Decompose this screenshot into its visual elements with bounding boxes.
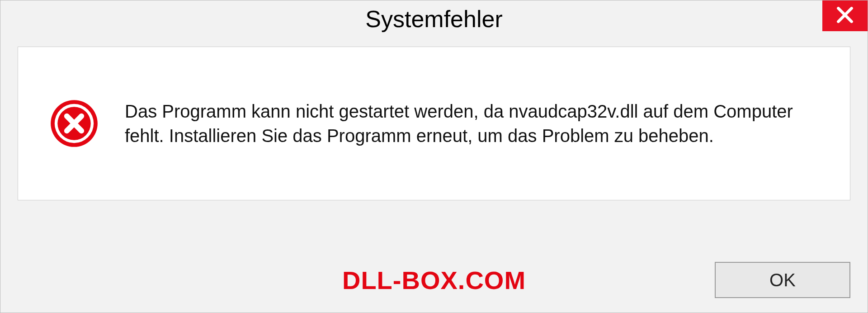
close-button[interactable]: [822, 0, 868, 31]
error-message: Das Programm kann nicht gestartet werden…: [125, 99, 823, 148]
titlebar: Systemfehler: [0, 0, 868, 38]
ok-button[interactable]: OK: [715, 262, 850, 298]
error-icon: [50, 99, 99, 148]
content-panel: Das Programm kann nicht gestartet werden…: [18, 47, 850, 200]
dialog-footer: DLL-BOX.COM OK: [0, 262, 868, 298]
error-dialog: Systemfehler Das Programm kann nicht ges…: [0, 0, 868, 313]
watermark-text: DLL-BOX.COM: [342, 266, 526, 295]
close-icon: [835, 5, 855, 27]
dialog-title: Systemfehler: [365, 5, 502, 33]
